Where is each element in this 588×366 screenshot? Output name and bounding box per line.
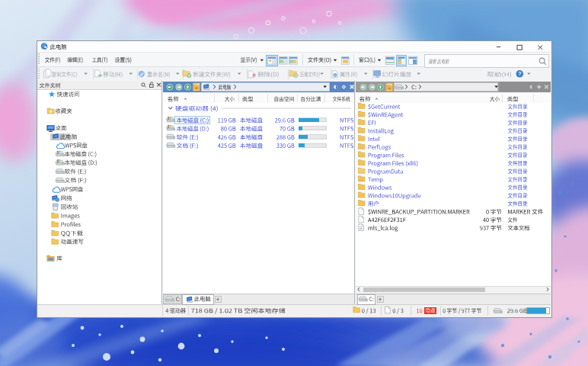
svg-text:i: i xyxy=(335,73,336,77)
svg-text:?: ? xyxy=(518,71,521,76)
